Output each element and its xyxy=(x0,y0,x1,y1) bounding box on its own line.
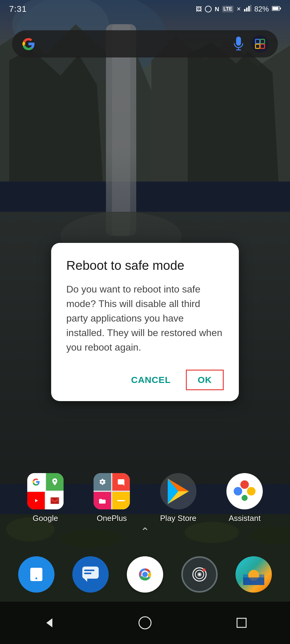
circle-icon xyxy=(205,6,212,12)
dialog-body: Do you want to reboot into safe mode? Th… xyxy=(66,282,224,355)
svg-rect-27 xyxy=(272,7,278,10)
nav-back-button[interactable] xyxy=(38,612,59,633)
battery-icon xyxy=(272,5,281,13)
svg-rect-22 xyxy=(246,8,248,11)
n-icon: N xyxy=(215,6,219,13)
dialog-title: Reboot to safe mode xyxy=(66,258,224,273)
status-icons: 🖼 N LTE ✕ 82% xyxy=(196,5,281,13)
svg-rect-23 xyxy=(248,6,250,11)
svg-marker-68 xyxy=(46,618,52,627)
dialog-actions: CANCEL OK xyxy=(66,370,224,390)
battery-percent: 82% xyxy=(254,5,269,13)
dialog-overlay: Reboot to safe mode Do you want to reboo… xyxy=(0,0,290,644)
dialog-ok-button[interactable]: OK xyxy=(186,370,224,390)
svg-rect-21 xyxy=(244,9,246,11)
nav-home-button[interactable] xyxy=(134,612,156,633)
reboot-safe-mode-dialog: Reboot to safe mode Do you want to reboo… xyxy=(51,243,239,401)
lte-icon: LTE xyxy=(222,6,233,12)
image-notification-icon: 🖼 xyxy=(196,6,202,13)
svg-rect-70 xyxy=(237,618,246,627)
status-time: 7:31 xyxy=(9,4,27,14)
nav-recents-button[interactable] xyxy=(231,612,252,633)
svg-point-69 xyxy=(139,617,151,629)
svg-rect-24 xyxy=(250,5,251,11)
status-bar: 7:31 🖼 N LTE ✕ 82% xyxy=(0,0,290,18)
svg-rect-26 xyxy=(280,8,281,9)
nav-bar xyxy=(0,602,290,644)
dialog-cancel-button[interactable]: CANCEL xyxy=(125,371,177,389)
signal-bars-icon xyxy=(244,5,251,13)
x-icon: ✕ xyxy=(236,6,241,12)
